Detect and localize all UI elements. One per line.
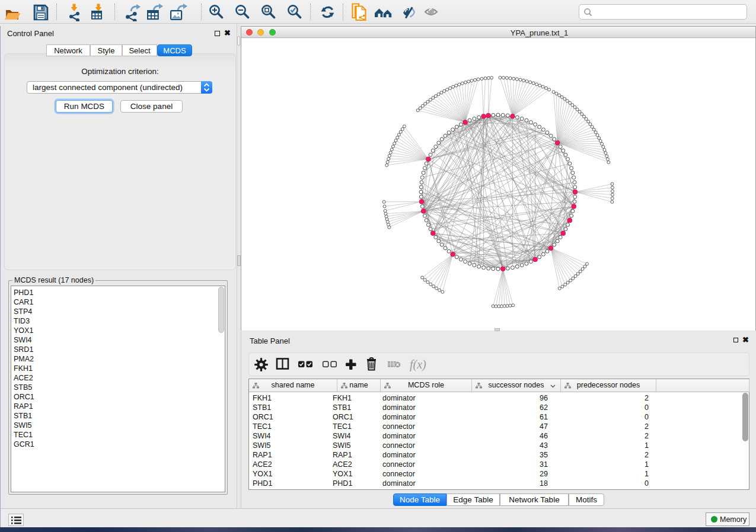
svg-text:f(x): f(x) — [410, 358, 426, 371]
